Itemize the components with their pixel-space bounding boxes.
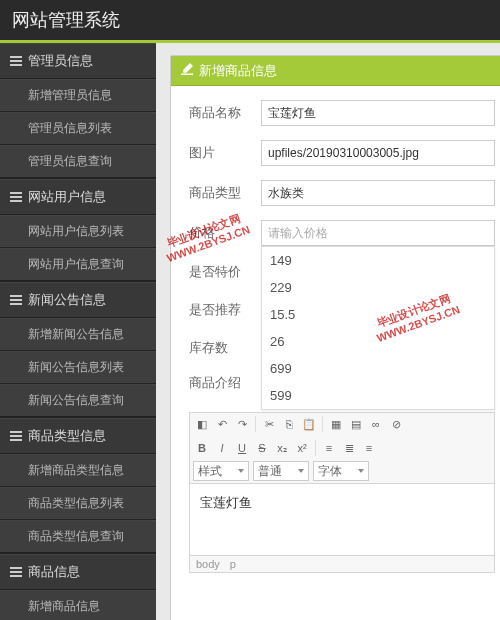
- sidebar-group-header[interactable]: 商品类型信息: [0, 418, 156, 454]
- editor-path: body p: [189, 556, 495, 573]
- input-price[interactable]: [261, 220, 495, 246]
- sidebar-group-label: 网站用户信息: [28, 188, 106, 206]
- label-special: 是否特价: [189, 263, 261, 281]
- sidebar-item[interactable]: 新增新闻公告信息: [0, 318, 156, 351]
- editor-path-body[interactable]: body: [196, 558, 220, 570]
- toolbar-align-center-icon[interactable]: ≣: [340, 439, 358, 457]
- sidebar-item[interactable]: 网站用户信息查询: [0, 248, 156, 281]
- toolbar-table-icon[interactable]: ▤: [347, 415, 365, 433]
- label-stock: 库存数: [189, 339, 261, 357]
- autocomplete-option[interactable]: 15.5: [262, 301, 494, 328]
- sidebar-item[interactable]: 管理员信息查询: [0, 145, 156, 178]
- toolbar-font-select[interactable]: 字体: [313, 461, 369, 481]
- toolbar-sup-icon[interactable]: x²: [293, 439, 311, 457]
- autocomplete-option[interactable]: 599: [262, 382, 494, 409]
- toolbar-strike-icon[interactable]: S: [253, 439, 271, 457]
- sidebar-group-label: 商品类型信息: [28, 427, 106, 445]
- sidebar-item[interactable]: 管理员信息列表: [0, 112, 156, 145]
- sidebar-group-label: 新闻公告信息: [28, 291, 106, 309]
- sidebar-item[interactable]: 新增管理员信息: [0, 79, 156, 112]
- toolbar-image-icon[interactable]: ▦: [327, 415, 345, 433]
- chevron-down-icon: [298, 469, 304, 473]
- form-panel: 新增商品信息 商品名称 图片 商品类型 价格 14: [170, 55, 500, 620]
- toolbar-unlink-icon[interactable]: ⊘: [387, 415, 405, 433]
- sidebar: 管理员信息新增管理员信息管理员信息列表管理员信息查询网站用户信息网站用户信息列表…: [0, 43, 156, 620]
- menu-icon: [10, 295, 22, 305]
- sidebar-group-header[interactable]: 网站用户信息: [0, 179, 156, 215]
- edit-icon: [181, 63, 193, 78]
- chevron-down-icon: [238, 469, 244, 473]
- autocomplete-option[interactable]: 229: [262, 274, 494, 301]
- toolbar-italic-icon[interactable]: I: [213, 439, 231, 457]
- sidebar-item[interactable]: 新增商品类型信息: [0, 454, 156, 487]
- panel-title: 新增商品信息: [199, 62, 277, 80]
- label-type: 商品类型: [189, 184, 261, 202]
- toolbar-align-right-icon[interactable]: ≡: [360, 439, 378, 457]
- row-pic: 图片: [189, 140, 495, 166]
- input-type[interactable]: [261, 180, 495, 206]
- sidebar-group-header[interactable]: 管理员信息: [0, 43, 156, 79]
- panel-body: 商品名称 图片 商品类型 价格 14922915.526699599: [171, 86, 500, 573]
- row-price: 价格 14922915.526699599: [189, 220, 495, 246]
- label-pic: 图片: [189, 144, 261, 162]
- rich-editor: ◧ ↶ ↷ ✂ ⎘ 📋 ▦ ▤ ∞ ⊘ B I: [189, 412, 495, 573]
- autocomplete-option[interactable]: 149: [262, 247, 494, 274]
- toolbar-redo-icon[interactable]: ↷: [233, 415, 251, 433]
- menu-icon: [10, 192, 22, 202]
- toolbar-cut-icon[interactable]: ✂: [260, 415, 278, 433]
- menu-icon: [10, 431, 22, 441]
- toolbar-align-left-icon[interactable]: ≡: [320, 439, 338, 457]
- autocomplete-option[interactable]: 699: [262, 355, 494, 382]
- label-name: 商品名称: [189, 104, 261, 122]
- autocomplete-option[interactable]: 26: [262, 328, 494, 355]
- label-price: 价格: [189, 224, 261, 242]
- menu-icon: [10, 567, 22, 577]
- sidebar-item[interactable]: 新闻公告信息查询: [0, 384, 156, 417]
- toolbar-copy-icon[interactable]: ⎘: [280, 415, 298, 433]
- panel-header: 新增商品信息: [171, 56, 500, 86]
- editor-body[interactable]: 宝莲灯鱼: [189, 484, 495, 556]
- row-type: 商品类型: [189, 180, 495, 206]
- label-desc: 商品介绍: [189, 374, 261, 392]
- row-name: 商品名称: [189, 100, 495, 126]
- sidebar-group-label: 商品信息: [28, 563, 80, 581]
- toolbar-bold-icon[interactable]: B: [193, 439, 211, 457]
- editor-toolbar: ◧ ↶ ↷ ✂ ⎘ 📋 ▦ ▤ ∞ ⊘ B I: [189, 412, 495, 484]
- sidebar-item[interactable]: 网站用户信息列表: [0, 215, 156, 248]
- menu-icon: [10, 56, 22, 66]
- sidebar-group-header[interactable]: 新闻公告信息: [0, 282, 156, 318]
- toolbar-format-select[interactable]: 普通: [253, 461, 309, 481]
- main-content: 新增商品信息 商品名称 图片 商品类型 价格 14: [156, 43, 500, 620]
- toolbar-style-select[interactable]: 样式: [193, 461, 249, 481]
- toolbar-sub-icon[interactable]: x₂: [273, 439, 291, 457]
- editor-path-p[interactable]: p: [230, 558, 236, 570]
- toolbar-paste-icon[interactable]: 📋: [300, 415, 318, 433]
- input-pic[interactable]: [261, 140, 495, 166]
- toolbar-link-icon[interactable]: ∞: [367, 415, 385, 433]
- price-autocomplete: 14922915.526699599: [261, 246, 495, 410]
- app-header: 网站管理系统: [0, 0, 500, 40]
- label-recommend: 是否推荐: [189, 301, 261, 319]
- sidebar-group-label: 管理员信息: [28, 52, 93, 70]
- app-title: 网站管理系统: [12, 8, 120, 32]
- sidebar-group-header[interactable]: 商品信息: [0, 554, 156, 590]
- sidebar-item[interactable]: 商品类型信息查询: [0, 520, 156, 553]
- chevron-down-icon: [358, 469, 364, 473]
- toolbar-undo-icon[interactable]: ↶: [213, 415, 231, 433]
- sidebar-item[interactable]: 商品类型信息列表: [0, 487, 156, 520]
- toolbar-underline-icon[interactable]: U: [233, 439, 251, 457]
- sidebar-item[interactable]: 新闻公告信息列表: [0, 351, 156, 384]
- input-name[interactable]: [261, 100, 495, 126]
- sidebar-item[interactable]: 新增商品信息: [0, 590, 156, 620]
- toolbar-source-icon[interactable]: ◧: [193, 415, 211, 433]
